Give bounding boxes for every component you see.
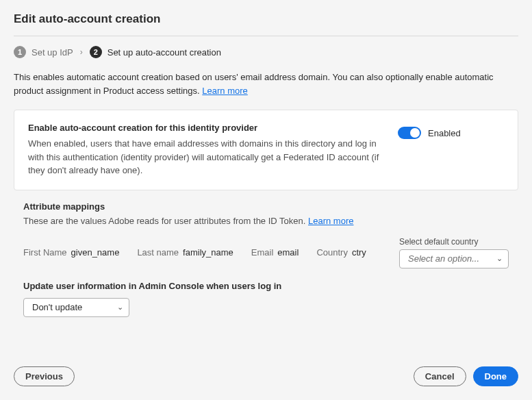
step-2-label: Set up auto-account creation — [107, 47, 221, 58]
country-label: Country — [316, 247, 348, 258]
previous-button[interactable]: Previous — [14, 366, 75, 386]
email-value: email — [277, 247, 299, 258]
done-button[interactable]: Done — [473, 366, 519, 386]
first-name-label: First Name — [23, 247, 67, 258]
enable-toggle[interactable] — [398, 127, 421, 139]
step-2-badge: 2 — [90, 46, 102, 58]
mappings-title: Attribute mappings — [23, 201, 509, 212]
default-country-group: Select default country Select an option.… — [399, 237, 509, 268]
update-select[interactable]: Don't update ⌄ — [23, 298, 129, 317]
mappings-learn-more-link[interactable]: Learn more — [308, 216, 353, 226]
step-1[interactable]: 1 Set up IdP — [14, 46, 73, 58]
intro-learn-more-link[interactable]: Learn more — [202, 86, 247, 96]
mappings-desc: These are the values Adobe reads for use… — [23, 216, 308, 226]
step-2[interactable]: 2 Set up auto-account creation — [90, 46, 221, 58]
step-1-badge: 1 — [14, 46, 26, 58]
intro-text: This enables automatic account creation … — [14, 71, 518, 97]
default-country-label: Select default country — [399, 237, 509, 247]
enable-desc: When enabled, users that have email addr… — [28, 137, 384, 177]
chevron-down-icon: ⌄ — [496, 254, 503, 263]
mapping-country: Country ctry — [316, 247, 366, 258]
mapping-last-name: Last name family_name — [137, 247, 233, 258]
mappings-section: Attribute mappings These are the values … — [14, 201, 518, 268]
default-country-value: Select an option... — [408, 253, 479, 264]
update-label: Update user information in Admin Console… — [23, 281, 509, 291]
stepper: 1 Set up IdP › 2 Set up auto-account cre… — [14, 46, 518, 58]
cancel-button[interactable]: Cancel — [414, 366, 466, 386]
chevron-right-icon: › — [80, 47, 83, 57]
last-name-value: family_name — [183, 247, 233, 258]
update-section: Update user information in Admin Console… — [14, 281, 518, 317]
intro-body: This enables automatic account creation … — [14, 72, 494, 96]
last-name-label: Last name — [137, 247, 179, 258]
enable-card: Enable auto-account creation for this id… — [14, 110, 518, 190]
mapping-email: Email email — [251, 247, 299, 258]
mapping-first-name: First Name given_name — [23, 247, 119, 258]
first-name-value: given_name — [71, 247, 120, 258]
mapping-row: First Name given_name Last name family_n… — [23, 237, 509, 268]
email-label: Email — [251, 247, 274, 258]
update-select-value: Don't update — [32, 302, 82, 312]
chevron-down-icon: ⌄ — [117, 303, 123, 312]
page-title: Edit auto-account creation — [14, 12, 518, 26]
mappings-desc-wrap: These are the values Adobe reads for use… — [23, 216, 509, 226]
footer: Previous Cancel Done — [14, 366, 518, 386]
default-country-select[interactable]: Select an option... ⌄ — [399, 249, 509, 268]
enable-title: Enable auto-account creation for this id… — [28, 123, 384, 133]
title-divider — [14, 36, 518, 36]
enable-toggle-label: Enabled — [428, 128, 461, 138]
country-value: ctry — [352, 247, 366, 258]
step-1-label: Set up IdP — [31, 47, 73, 58]
